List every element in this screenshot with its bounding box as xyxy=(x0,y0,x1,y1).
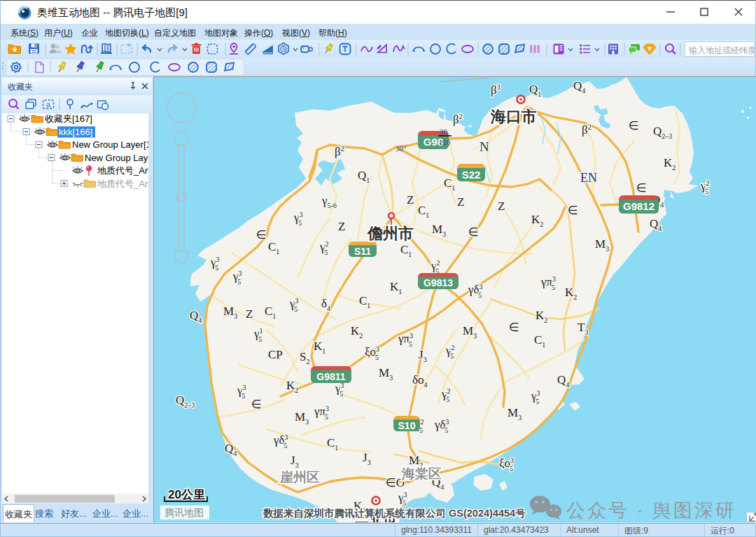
svg-text:S22: S22 xyxy=(462,169,481,181)
svg-text:20公里: 20公里 xyxy=(168,488,205,501)
svg-text:Z: Z xyxy=(338,220,345,233)
svg-text:∈: ∈ xyxy=(629,119,639,132)
svg-text:kkk[166]: kkk[166] xyxy=(59,127,92,137)
svg-text:∈: ∈ xyxy=(636,181,647,195)
svg-text:New Group Lay: New Group Lay xyxy=(85,153,148,163)
svg-text:30: 30 xyxy=(440,127,448,136)
svg-text:∈: ∈ xyxy=(251,398,262,411)
svg-text:Z: Z xyxy=(246,307,253,321)
svg-text:公众号 · 舆图深研: 公众号 · 舆图深研 xyxy=(566,500,736,521)
svg-text:Z: Z xyxy=(457,195,464,209)
svg-text:CP: CP xyxy=(268,348,283,361)
svg-text:N: N xyxy=(479,139,489,154)
svg-text:腾讯地图: 腾讯地图 xyxy=(164,507,204,518)
svg-text:a: a xyxy=(46,101,50,109)
svg-text:EN: EN xyxy=(580,171,597,185)
svg-text:120: 120 xyxy=(439,138,451,146)
svg-text:崖州区: 崖州区 xyxy=(279,470,320,484)
svg-text:∈: ∈ xyxy=(568,204,578,217)
svg-text:G9812: G9812 xyxy=(623,200,654,212)
svg-text:∈: ∈ xyxy=(256,228,267,242)
svg-text:数据来自深圳市腾讯计算机系统有限公司 GS(2024)44: 数据来自深圳市腾讯计算机系统有限公司 GS(2024)4454号 xyxy=(262,508,526,519)
svg-text:海棠区: 海棠区 xyxy=(401,466,442,481)
svg-text:30°: 30° xyxy=(396,144,406,153)
svg-text:Z: Z xyxy=(498,200,505,213)
svg-text:儋州市: 儋州市 xyxy=(367,225,414,242)
svg-text:地质代号_An: 地质代号_An xyxy=(97,165,148,176)
svg-text:∈: ∈ xyxy=(468,225,479,239)
svg-text:∈: ∈ xyxy=(509,321,519,334)
svg-text:S10: S10 xyxy=(398,420,416,431)
svg-text:G9811: G9811 xyxy=(316,371,345,382)
svg-text:New Group Layer[1: New Group Layer[1 xyxy=(72,139,148,150)
svg-text:Z: Z xyxy=(407,193,414,207)
svg-text:收藏夹[167]: 收藏夹[167] xyxy=(45,113,92,124)
svg-text:海口市: 海口市 xyxy=(490,108,537,125)
svg-text:S11: S11 xyxy=(354,246,371,257)
svg-text:地质代号_An: 地质代号_An xyxy=(97,179,148,189)
svg-text:G9813: G9813 xyxy=(424,277,453,288)
